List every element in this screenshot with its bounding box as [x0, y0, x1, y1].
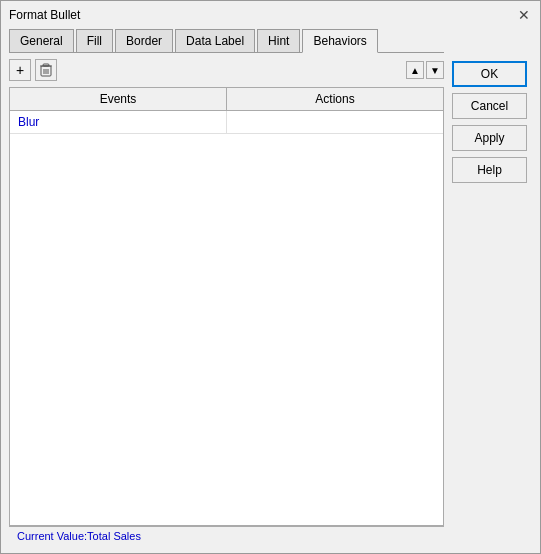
action-cell: [227, 111, 443, 133]
tab-data-label[interactable]: Data Label: [175, 29, 255, 52]
behaviors-toolbar: + ▲ ▼: [9, 57, 444, 83]
cancel-button[interactable]: Cancel: [452, 93, 527, 119]
behaviors-table: Events Actions Blur: [9, 87, 444, 526]
tab-behaviors[interactable]: Behaviors: [302, 29, 377, 53]
format-bullet-dialog: Format Bullet ✕ General Fill Border Data…: [0, 0, 541, 554]
dialog-body: General Fill Border Data Label Hint Beha…: [1, 29, 540, 553]
actions-header: Actions: [227, 88, 443, 110]
status-bar: Current Value:Total Sales: [9, 526, 444, 545]
dialog-title: Format Bullet: [9, 8, 80, 22]
add-button[interactable]: +: [9, 59, 31, 81]
svg-rect-5: [43, 64, 49, 66]
tab-border[interactable]: Border: [115, 29, 173, 52]
tab-general[interactable]: General: [9, 29, 74, 52]
tab-bar: General Fill Border Data Label Hint Beha…: [9, 29, 444, 53]
apply-button[interactable]: Apply: [452, 125, 527, 151]
toolbar-left: +: [9, 59, 57, 81]
delete-button[interactable]: [35, 59, 57, 81]
ok-button[interactable]: OK: [452, 61, 527, 87]
events-header: Events: [10, 88, 227, 110]
delete-icon: [40, 63, 52, 77]
left-panel: General Fill Border Data Label Hint Beha…: [9, 29, 444, 545]
tab-fill[interactable]: Fill: [76, 29, 113, 52]
title-bar: Format Bullet ✕: [1, 1, 540, 29]
table-header: Events Actions: [10, 88, 443, 111]
help-button[interactable]: Help: [452, 157, 527, 183]
table-row[interactable]: Blur: [10, 111, 443, 134]
close-button[interactable]: ✕: [516, 7, 532, 23]
tab-hint[interactable]: Hint: [257, 29, 300, 52]
event-cell: Blur: [10, 111, 227, 133]
move-up-button[interactable]: ▲: [406, 61, 424, 79]
right-panel: OK Cancel Apply Help: [452, 29, 532, 545]
move-down-button[interactable]: ▼: [426, 61, 444, 79]
toolbar-right: ▲ ▼: [406, 61, 444, 79]
status-text: Current Value:Total Sales: [17, 530, 141, 542]
